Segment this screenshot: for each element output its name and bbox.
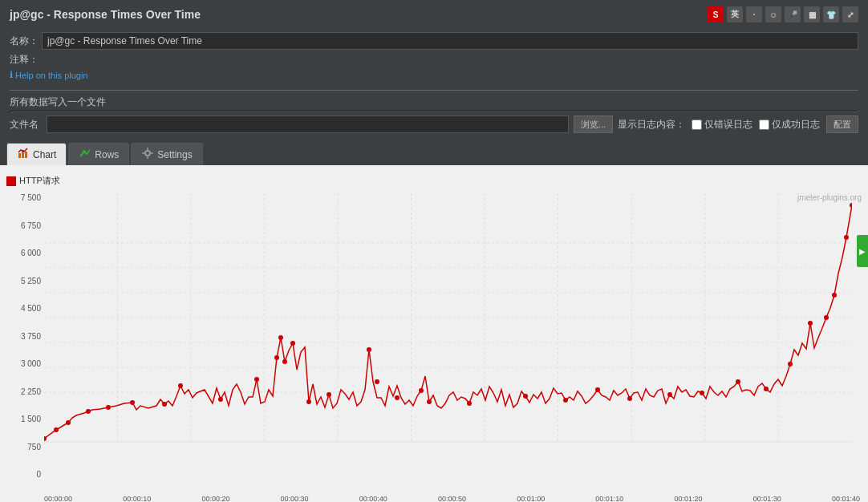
success-log-label: 仅成功日志 [759,118,820,132]
mic-icon: 🎤 [785,6,801,22]
x-tick-30: 00:00:30 [281,495,309,502]
browse-button[interactable]: 浏览... [574,115,613,133]
dot-15 [327,392,331,397]
settings-tab-label: Settings [157,149,192,160]
y-tick-5250: 5 250 [21,277,41,285]
dot-3 [86,409,91,414]
svg-point-4 [145,151,150,156]
comment-label: 注释： [10,53,42,67]
dot-19 [419,388,424,393]
dot-35 [850,203,852,208]
name-input[interactable] [42,32,858,50]
info-icon: ℹ [10,70,13,80]
chart-tab-label: Chart [33,149,56,160]
svg-rect-0 [18,153,21,158]
dot-28 [736,379,740,384]
name-row: 名称： [10,32,858,50]
dot-1 [54,427,59,432]
file-input[interactable] [47,115,569,133]
y-tick-6000: 6 000 [21,249,41,257]
dot-22 [523,394,528,399]
dot-27 [700,391,704,395]
y-axis-label-container: Response times in ms [2,342,13,350]
expand-icon[interactable]: ⤢ [842,6,858,22]
x-tick-140: 00:01:40 [832,495,860,502]
svg-point-3 [83,150,86,153]
expand-right-button[interactable]: ▶ [857,235,868,267]
y-tick-3750: 3 750 [21,332,41,341]
dot-24 [595,387,600,392]
tab-chart[interactable]: Chart [6,143,67,165]
window-title: jp@gc - Response Times Over Time [10,8,201,21]
x-tick-110: 00:01:10 [595,495,623,502]
y-tick-7500: 7 500 [21,193,41,202]
log-label: 显示日志内容： [618,118,685,132]
grid-icon: ▦ [804,6,820,22]
y-tick-2250: 2 250 [21,387,41,396]
dot-26 [667,392,672,397]
dot-20 [427,399,432,404]
help-link[interactable]: ℹ Help on this plugin [10,70,858,80]
expand-right-icon: ▶ [859,247,866,256]
y-tick-4500: 4 500 [21,304,41,313]
tab-settings[interactable]: Settings [131,143,202,165]
chart-container: jmeter-plugins.org 7 500 6 750 6 000 5 2… [0,190,868,502]
lang-icon: 英 [727,6,743,22]
y-tick-1500: 1 500 [21,415,41,423]
legend-label: HTTP请求 [19,175,60,187]
dot-30 [788,362,793,366]
x-tick-50: 00:00:50 [438,495,466,502]
tabs: Chart Rows Settings [0,140,868,165]
chart-legend: HTTP请求 [0,172,868,190]
y-tick-0: 0 [36,470,41,479]
y-axis: 7 500 6 750 6 000 5 250 4 500 3 750 3 00… [0,190,44,479]
form-section: 名称： 注释： ℹ Help on this plugin [0,29,868,87]
s-icon: S [708,6,724,22]
svg-rect-2 [25,152,27,158]
error-log-checkbox[interactable] [692,119,702,130]
y-tick-750: 750 [27,443,41,451]
dot-12 [282,359,287,364]
log-section: 显示日志内容： 仅错误日志 仅成功日志 配置 [618,115,858,133]
dot-23 [563,398,568,403]
dot-9 [254,377,259,382]
dot-31 [808,321,813,326]
dot-11 [278,335,283,340]
dot-32 [824,315,829,320]
section-header: 所有数据写入一个文件 [10,90,858,112]
x-axis: 00:00:00 00:00:10 00:00:20 00:00:30 00:0… [44,495,860,502]
dot-5 [130,400,135,405]
smile-icon: ☺ [765,6,781,22]
success-log-checkbox[interactable] [759,119,769,130]
file-row: 文件名 浏览... 显示日志内容： 仅错误日志 仅成功日志 配置 [10,115,858,133]
comment-row: 注释： [10,53,858,67]
dot-8 [218,397,223,402]
shirt-icon: 👕 [823,6,839,22]
chart-tab-icon [17,147,30,162]
error-log-label: 仅错误日志 [692,118,752,132]
name-label: 名称： [10,34,42,48]
tab-rows[interactable]: Rows [68,143,129,165]
chart-area: HTTP请求 jmeter-plugins.org 7 500 6 750 6 … [0,165,868,502]
dot-33 [832,293,837,298]
dot-34 [844,235,849,240]
dot-4 [106,405,111,410]
legend-color [6,176,16,186]
dot-25 [627,396,632,401]
dot-18 [395,395,400,400]
rows-tab-icon [79,147,91,162]
x-tick-120: 00:01:20 [675,495,703,502]
dot-21 [467,401,472,406]
chart-svg [44,193,852,466]
y-tick-6750: 6 750 [21,221,41,230]
dot-17 [375,379,379,384]
dot-6 [162,402,167,407]
dot-7 [178,383,183,388]
x-tick-0: 00:00:00 [44,495,72,502]
rows-tab-label: Rows [95,149,119,160]
dot-14 [306,399,311,404]
dot-13 [290,341,295,346]
dot-10 [274,355,279,360]
x-tick-130: 00:01:30 [753,495,781,502]
config-button[interactable]: 配置 [826,115,858,133]
